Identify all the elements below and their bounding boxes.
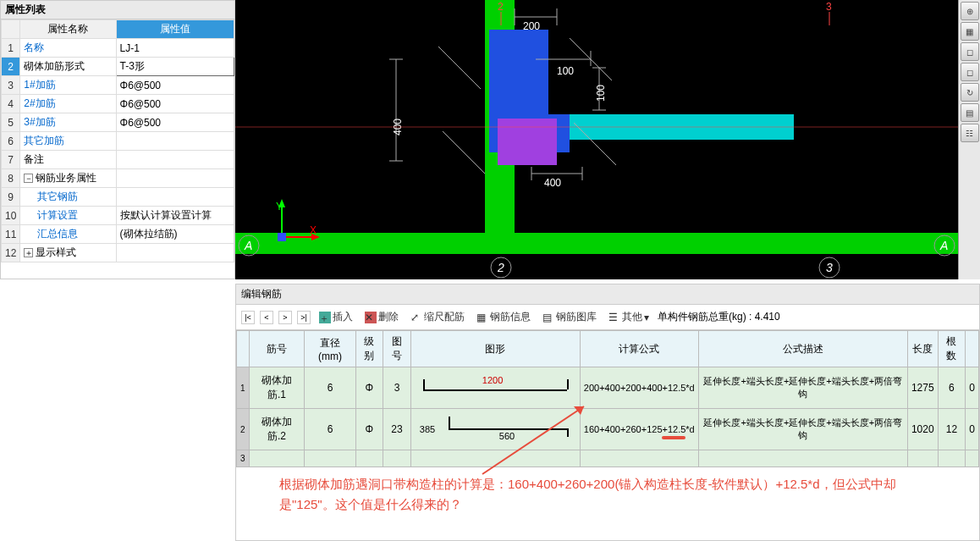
row-number: 1 <box>2 39 20 58</box>
cad-drawing: 200 100 100 400 400 Y X A A 2 3 2 3 <box>235 0 958 279</box>
svg-text:A: A <box>939 239 948 252</box>
prop-value[interactable]: 按默认计算设置计算 <box>116 207 234 225</box>
rebar-col-header: 图号 <box>383 331 411 367</box>
rebar-fig[interactable]: 23 <box>383 409 411 450</box>
prop-value[interactable]: Φ6@500 <box>116 76 234 95</box>
row-number: 8 <box>2 169 20 188</box>
svg-text:Y: Y <box>276 201 283 213</box>
empty-cell[interactable] <box>907 450 938 467</box>
prop-value[interactable] <box>116 132 234 151</box>
empty-cell[interactable] <box>249 450 305 467</box>
view-tool-5[interactable]: ▤ <box>961 103 979 122</box>
svg-line-11 <box>438 47 481 89</box>
prop-value[interactable]: T-3形 <box>116 58 234 76</box>
prop-value[interactable] <box>116 244 234 262</box>
rebar-ext[interactable]: 0 <box>966 367 979 409</box>
svg-text:3: 3 <box>826 1 832 13</box>
insert-button[interactable]: ＋插入 <box>316 308 356 326</box>
rebar-col-header: 级别 <box>355 331 383 367</box>
prop-name[interactable]: 汇总信息 <box>20 225 116 244</box>
row-number: 7 <box>2 151 20 169</box>
rebar-id[interactable]: 砌体加筋.2 <box>249 409 305 450</box>
prop-name[interactable]: 2#加筋 <box>20 95 116 113</box>
prop-name[interactable]: 1#加筋 <box>20 76 116 95</box>
lib-button[interactable]: ▤钢筋图库 <box>539 308 600 326</box>
row-header-blank <box>2 20 20 39</box>
view-tool-1[interactable]: ▦ <box>961 22 979 41</box>
svg-text:3: 3 <box>826 261 833 274</box>
rebar-ext[interactable]: 0 <box>966 409 979 450</box>
prop-value[interactable]: (砌体拉结筋) <box>116 225 234 244</box>
nav-last[interactable]: >| <box>297 311 311 324</box>
property-table: 属性名称 属性值 1 名称 LJ-12 砌体加筋形式 T-3形3 1#加筋 Φ6… <box>1 19 234 262</box>
empty-cell[interactable] <box>305 450 355 467</box>
empty-cell[interactable] <box>355 450 383 467</box>
rebar-desc[interactable]: 延伸长度+端头长度+延伸长度+端头长度+两倍弯钩 <box>698 367 907 409</box>
svg-rect-24 <box>278 233 286 241</box>
empty-cell[interactable] <box>966 450 979 467</box>
svg-line-38 <box>482 406 584 474</box>
rebar-cnt[interactable]: 12 <box>938 409 966 450</box>
prop-name[interactable]: 砌体加筋形式 <box>20 58 116 76</box>
empty-cell[interactable] <box>383 450 411 467</box>
rebar-desc[interactable]: 延伸长度+端头长度+延伸长度+端头长度+两倍弯钩 <box>698 409 907 450</box>
scale-button[interactable]: ⤢缩尺配筋 <box>407 308 468 326</box>
nav-next[interactable]: > <box>278 311 292 324</box>
prop-name[interactable]: 计算设置 <box>20 207 116 225</box>
svg-text:X: X <box>310 224 317 236</box>
rebar-len[interactable]: 1275 <box>907 367 938 409</box>
row-number: 12 <box>2 244 20 262</box>
prop-name[interactable]: 其它加筋 <box>20 132 116 151</box>
rebar-grade[interactable]: Φ <box>355 409 383 450</box>
row-number: 3 <box>2 76 20 95</box>
rebar-dia[interactable]: 6 <box>305 367 355 409</box>
row-number: 10 <box>2 207 20 225</box>
rebar-dia[interactable]: 6 <box>305 409 355 450</box>
prop-value[interactable]: Φ6@500 <box>116 113 234 132</box>
prop-name[interactable]: 其它钢筋 <box>20 188 116 207</box>
nav-first[interactable]: |< <box>241 311 255 324</box>
weight-label: 单构件钢筋总重(kg) : 4.410 <box>658 310 780 324</box>
view-tool-4[interactable]: ↻ <box>961 83 979 102</box>
svg-text:A: A <box>244 239 252 252</box>
row-number: 11 <box>2 225 20 244</box>
prop-value[interactable] <box>116 169 234 188</box>
prop-name[interactable]: 名称 <box>20 39 116 58</box>
view-tool-3[interactable]: ◻ <box>961 63 979 81</box>
info-button[interactable]: ▦钢筋信息 <box>473 308 534 326</box>
rebar-id[interactable]: 砌体加筋.1 <box>249 367 305 409</box>
rebar-grade[interactable]: Φ <box>355 367 383 409</box>
rebar-table: 筋号直径(mm)级别图号图形计算公式公式描述长度根数 1 砌体加筋.1 6 Φ … <box>236 330 979 467</box>
rebar-len[interactable]: 1020 <box>907 409 938 450</box>
prop-value[interactable]: Φ6@500 <box>116 95 234 113</box>
empty-cell[interactable] <box>938 450 966 467</box>
rebar-col-header: 筋号 <box>249 331 305 367</box>
nav-prev[interactable]: < <box>260 311 273 324</box>
row-number: 4 <box>2 95 20 113</box>
rebar-col-header: 直径(mm) <box>305 331 355 367</box>
prop-value[interactable]: LJ-1 <box>116 39 234 58</box>
view-tool-0[interactable]: ⊕ <box>961 2 979 20</box>
svg-text:2: 2 <box>498 1 504 13</box>
prop-name[interactable]: 3#加筋 <box>20 113 116 132</box>
prop-value[interactable] <box>116 188 234 207</box>
beam-horizontal <box>235 233 958 254</box>
cad-viewport[interactable]: 200 100 100 400 400 Y X A A 2 3 2 3 <box>235 0 958 279</box>
prop-value[interactable] <box>116 151 234 169</box>
view-toolbar: ⊕▦◻◻↻▤☷ <box>958 0 980 279</box>
delete-button[interactable]: ✕删除 <box>361 308 402 326</box>
prop-name[interactable]: 备注 <box>20 151 116 169</box>
annotation-arrow <box>474 398 601 483</box>
view-tool-2[interactable]: ◻ <box>961 42 979 61</box>
prop-name[interactable]: －钢筋业务属性 <box>20 169 116 188</box>
rebar-col-header: 公式描述 <box>698 331 907 367</box>
prop-name[interactable]: ＋显示样式 <box>20 244 116 262</box>
view-tool-6[interactable]: ☷ <box>961 124 979 142</box>
rebar-fig[interactable]: 3 <box>383 367 411 409</box>
rebar-col-header <box>966 331 979 367</box>
empty-cell[interactable] <box>698 450 907 467</box>
rebar-cnt[interactable]: 6 <box>938 367 966 409</box>
rebar-col-header: 计算公式 <box>580 331 698 367</box>
other-button[interactable]: ☰其他 ▾ <box>605 308 652 326</box>
row-number: 5 <box>2 113 20 132</box>
